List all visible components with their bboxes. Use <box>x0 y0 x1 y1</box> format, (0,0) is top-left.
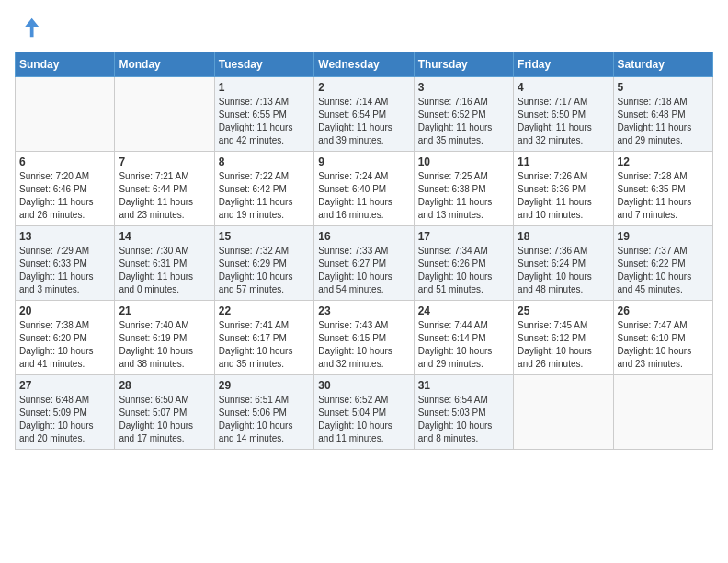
day-cell: 12Sunrise: 7:28 AM Sunset: 6:35 PM Dayli… <box>613 152 712 226</box>
day-cell: 13Sunrise: 7:29 AM Sunset: 6:33 PM Dayli… <box>16 226 115 301</box>
day-number: 28 <box>119 379 210 392</box>
day-number: 2 <box>318 81 409 94</box>
day-cell: 25Sunrise: 7:45 AM Sunset: 6:12 PM Dayli… <box>514 301 613 375</box>
day-info: Sunrise: 6:48 AM Sunset: 5:09 PM Dayligh… <box>19 394 110 445</box>
day-info: Sunrise: 7:30 AM Sunset: 6:31 PM Dayligh… <box>119 245 210 296</box>
calendar-table: SundayMondayTuesdayWednesdayThursdayFrid… <box>15 52 713 450</box>
week-row-4: 20Sunrise: 7:38 AM Sunset: 6:20 PM Dayli… <box>16 301 713 375</box>
day-info: Sunrise: 7:24 AM Sunset: 6:40 PM Dayligh… <box>318 170 409 222</box>
day-info: Sunrise: 7:37 AM Sunset: 6:22 PM Dayligh… <box>618 245 709 296</box>
day-cell: 27Sunrise: 6:48 AM Sunset: 5:09 PM Dayli… <box>16 375 115 450</box>
day-number: 24 <box>418 304 509 317</box>
day-number: 22 <box>219 304 310 317</box>
week-row-5: 27Sunrise: 6:48 AM Sunset: 5:09 PM Dayli… <box>16 375 713 450</box>
day-info: Sunrise: 7:20 AM Sunset: 6:46 PM Dayligh… <box>19 170 110 222</box>
day-cell: 23Sunrise: 7:43 AM Sunset: 6:15 PM Dayli… <box>314 301 414 375</box>
day-cell: 31Sunrise: 6:54 AM Sunset: 5:03 PM Dayli… <box>414 375 513 450</box>
day-cell: 19Sunrise: 7:37 AM Sunset: 6:22 PM Dayli… <box>613 226 712 301</box>
logo <box>15 15 44 40</box>
week-row-2: 6Sunrise: 7:20 AM Sunset: 6:46 PM Daylig… <box>16 152 713 226</box>
day-cell: 30Sunrise: 6:52 AM Sunset: 5:04 PM Dayli… <box>314 375 414 450</box>
day-info: Sunrise: 7:44 AM Sunset: 6:14 PM Dayligh… <box>418 319 509 371</box>
day-cell: 3Sunrise: 7:16 AM Sunset: 6:52 PM Daylig… <box>414 77 513 152</box>
header-tuesday: Tuesday <box>214 52 313 77</box>
day-cell <box>115 77 214 152</box>
day-info: Sunrise: 7:43 AM Sunset: 6:15 PM Dayligh… <box>318 319 409 371</box>
day-info: Sunrise: 7:13 AM Sunset: 6:55 PM Dayligh… <box>219 96 310 147</box>
day-cell: 2Sunrise: 7:14 AM Sunset: 6:54 PM Daylig… <box>314 77 414 152</box>
day-info: Sunrise: 6:50 AM Sunset: 5:07 PM Dayligh… <box>119 394 210 445</box>
day-info: Sunrise: 6:54 AM Sunset: 5:03 PM Dayligh… <box>418 394 509 445</box>
day-info: Sunrise: 6:52 AM Sunset: 5:04 PM Dayligh… <box>318 394 409 445</box>
day-number: 20 <box>19 304 110 317</box>
day-number: 1 <box>219 81 310 94</box>
day-info: Sunrise: 7:32 AM Sunset: 6:29 PM Dayligh… <box>219 245 310 296</box>
day-cell: 24Sunrise: 7:44 AM Sunset: 6:14 PM Dayli… <box>414 301 513 375</box>
day-cell: 22Sunrise: 7:41 AM Sunset: 6:17 PM Dayli… <box>214 301 313 375</box>
day-info: Sunrise: 7:14 AM Sunset: 6:54 PM Dayligh… <box>318 96 409 147</box>
day-cell <box>16 77 115 152</box>
day-cell: 11Sunrise: 7:26 AM Sunset: 6:36 PM Dayli… <box>514 152 613 226</box>
day-cell: 18Sunrise: 7:36 AM Sunset: 6:24 PM Dayli… <box>514 226 613 301</box>
header-thursday: Thursday <box>414 52 513 77</box>
day-cell: 26Sunrise: 7:47 AM Sunset: 6:10 PM Dayli… <box>613 301 712 375</box>
day-cell: 14Sunrise: 7:30 AM Sunset: 6:31 PM Dayli… <box>115 226 214 301</box>
week-row-1: 1Sunrise: 7:13 AM Sunset: 6:55 PM Daylig… <box>16 77 713 152</box>
day-number: 29 <box>219 379 310 392</box>
day-info: Sunrise: 7:22 AM Sunset: 6:42 PM Dayligh… <box>219 170 310 222</box>
day-info: Sunrise: 7:45 AM Sunset: 6:12 PM Dayligh… <box>518 319 609 371</box>
day-cell: 8Sunrise: 7:22 AM Sunset: 6:42 PM Daylig… <box>214 152 313 226</box>
day-info: Sunrise: 7:25 AM Sunset: 6:38 PM Dayligh… <box>418 170 509 222</box>
day-cell: 4Sunrise: 7:17 AM Sunset: 6:50 PM Daylig… <box>514 77 613 152</box>
day-cell: 21Sunrise: 7:40 AM Sunset: 6:19 PM Dayli… <box>115 301 214 375</box>
day-number: 12 <box>618 155 709 168</box>
day-number: 8 <box>219 155 310 168</box>
day-cell: 7Sunrise: 7:21 AM Sunset: 6:44 PM Daylig… <box>115 152 214 226</box>
day-info: Sunrise: 7:41 AM Sunset: 6:17 PM Dayligh… <box>219 319 310 371</box>
day-number: 15 <box>219 230 310 243</box>
day-cell: 1Sunrise: 7:13 AM Sunset: 6:55 PM Daylig… <box>214 77 313 152</box>
header-saturday: Saturday <box>613 52 712 77</box>
day-number: 26 <box>618 304 709 317</box>
day-cell: 17Sunrise: 7:34 AM Sunset: 6:26 PM Dayli… <box>414 226 513 301</box>
day-cell: 28Sunrise: 6:50 AM Sunset: 5:07 PM Dayli… <box>115 375 214 450</box>
day-number: 21 <box>119 304 210 317</box>
day-number: 25 <box>518 304 609 317</box>
day-info: Sunrise: 7:34 AM Sunset: 6:26 PM Dayligh… <box>418 245 509 296</box>
logo-icon <box>15 15 40 40</box>
day-number: 23 <box>318 304 409 317</box>
day-number: 7 <box>119 155 210 168</box>
day-info: Sunrise: 7:26 AM Sunset: 6:36 PM Dayligh… <box>518 170 609 222</box>
day-info: Sunrise: 6:51 AM Sunset: 5:06 PM Dayligh… <box>219 394 310 445</box>
day-number: 6 <box>19 155 110 168</box>
day-cell: 29Sunrise: 6:51 AM Sunset: 5:06 PM Dayli… <box>214 375 313 450</box>
day-number: 17 <box>418 230 509 243</box>
day-number: 30 <box>318 379 409 392</box>
day-cell <box>514 375 613 450</box>
day-cell: 16Sunrise: 7:33 AM Sunset: 6:27 PM Dayli… <box>314 226 414 301</box>
day-number: 18 <box>518 230 609 243</box>
day-cell: 10Sunrise: 7:25 AM Sunset: 6:38 PM Dayli… <box>414 152 513 226</box>
header-friday: Friday <box>514 52 613 77</box>
day-info: Sunrise: 7:21 AM Sunset: 6:44 PM Dayligh… <box>119 170 210 222</box>
day-info: Sunrise: 7:33 AM Sunset: 6:27 PM Dayligh… <box>318 245 409 296</box>
calendar-header-row: SundayMondayTuesdayWednesdayThursdayFrid… <box>16 52 713 77</box>
day-info: Sunrise: 7:47 AM Sunset: 6:10 PM Dayligh… <box>618 319 709 371</box>
day-info: Sunrise: 7:18 AM Sunset: 6:48 PM Dayligh… <box>618 96 709 147</box>
day-number: 13 <box>19 230 110 243</box>
day-cell: 20Sunrise: 7:38 AM Sunset: 6:20 PM Dayli… <box>16 301 115 375</box>
day-cell: 5Sunrise: 7:18 AM Sunset: 6:48 PM Daylig… <box>613 77 712 152</box>
day-info: Sunrise: 7:36 AM Sunset: 6:24 PM Dayligh… <box>518 245 609 296</box>
day-number: 14 <box>119 230 210 243</box>
day-number: 9 <box>318 155 409 168</box>
svg-rect-0 <box>15 15 40 40</box>
day-info: Sunrise: 7:38 AM Sunset: 6:20 PM Dayligh… <box>19 319 110 371</box>
day-number: 27 <box>19 379 110 392</box>
day-number: 19 <box>618 230 709 243</box>
day-cell <box>613 375 712 450</box>
day-cell: 6Sunrise: 7:20 AM Sunset: 6:46 PM Daylig… <box>16 152 115 226</box>
header-monday: Monday <box>115 52 214 77</box>
day-info: Sunrise: 7:28 AM Sunset: 6:35 PM Dayligh… <box>618 170 709 222</box>
day-number: 31 <box>418 379 509 392</box>
day-info: Sunrise: 7:16 AM Sunset: 6:52 PM Dayligh… <box>418 96 509 147</box>
